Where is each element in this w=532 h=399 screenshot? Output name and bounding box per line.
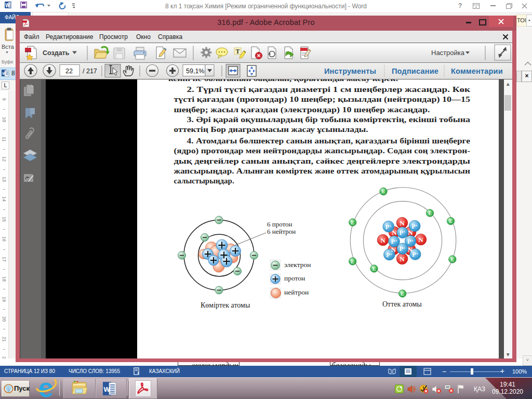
svg-text:Е: Е [401, 291, 404, 297]
svg-text:Настройка: Настройка [431, 49, 465, 57]
svg-text:W: W [2, 71, 6, 76]
svg-text:Инструменты: Инструменты [324, 67, 376, 75]
svg-text:4. Атомдағы бөлшектер санын ан: 4. Атомдағы бөлшектер санын анықтап, қағ… [187, 137, 471, 145]
svg-text:Көміртек атомы: Көміртек атомы [201, 301, 250, 309]
svg-text:Е: Е [382, 189, 385, 194]
svg-text:Создать: Создать [43, 49, 70, 56]
svg-text:N: N [380, 236, 385, 244]
svg-text:Оттек атомы: Оттек атомы [382, 300, 422, 308]
svg-text:жапсырыңдар. Алынған көміртек: жапсырыңдар. Алынған көміртек және оттек… [174, 167, 471, 175]
svg-text:e: e [38, 376, 54, 399]
svg-text:Е: Е [449, 218, 453, 224]
svg-text:салыстырыңдар.: салыстырыңдар. [174, 177, 234, 185]
svg-text:3. Әрі қарай оқушылардың бір т: 3. Әрі қарай оқушылардың бір тобына көмі… [187, 115, 471, 124]
svg-text:6 протон: 6 протон [267, 220, 292, 228]
svg-text:W: W [104, 385, 111, 393]
svg-text:N: N [418, 236, 423, 244]
svg-text:кейін не болатынын бақылап, қо: кейін не болатынын бақылап, қорытынды жа… [168, 79, 398, 83]
svg-text:N: N [392, 229, 397, 236]
svg-text:6 нейтрон: 6 нейтрон [267, 228, 296, 235]
svg-text:Е: Е [373, 266, 376, 272]
svg-text:22: 22 [65, 68, 73, 75]
svg-text:шеңбер; жасыл қағаздан (электр: шеңбер; жасыл қағаздан (электрондар) 10 … [174, 105, 430, 114]
svg-text:Е: Е [351, 220, 354, 225]
svg-text:2. Түрлі түсті қағаздан диамет: 2. Түрлі түсті қағаздан диаметрі 1 см ше… [187, 85, 471, 94]
svg-text:нейтрон: нейтрон [284, 288, 309, 296]
svg-text:оттектің Бор диаграммасын жаса: оттектің Бор диаграммасын жасау ұсынылад… [174, 125, 368, 134]
svg-text:(ядро) протондар мен нейтронда: (ядро) протондар мен нейтрондарды жапсыр… [174, 147, 471, 155]
svg-text:T: T [236, 48, 240, 55]
svg-text:59,1%: 59,1% [186, 68, 204, 75]
svg-text:Е: Е [351, 259, 354, 264]
svg-text:/ 217: / 217 [83, 68, 97, 75]
svg-text:Комментарии: Комментарии [451, 67, 503, 75]
svg-text:Е: Е [428, 210, 432, 216]
svg-text:дық деңгейлер санын анықтап, с: дық деңгейлер санын анықтап, сәйкес деңг… [174, 157, 471, 165]
svg-text:Е: Е [450, 257, 454, 262]
svg-text:түсті қағаздан (протондар) 10: түсті қағаздан (протондар) 10 шеңбер; қы… [174, 95, 471, 104]
svg-text:W: W [5, 3, 10, 8]
svg-text:N: N [400, 219, 405, 227]
svg-text:электрон: электрон [284, 261, 311, 269]
svg-text:Подписание: Подписание [392, 67, 438, 75]
svg-text:N: N [400, 255, 405, 263]
svg-text:протон: протон [284, 274, 305, 282]
svg-text:x: x [137, 370, 139, 375]
